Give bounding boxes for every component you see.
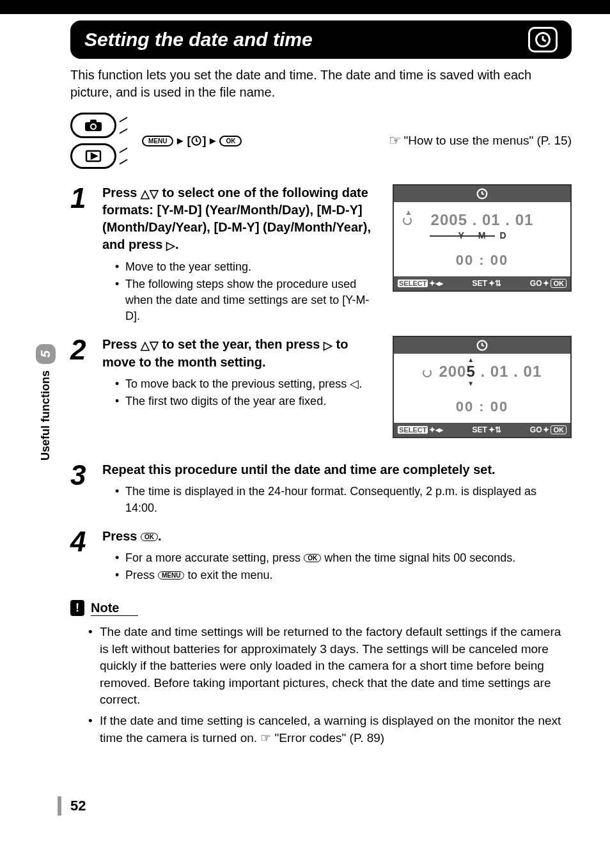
lcd-preview-2: 200▲5▼ . 01 . 01 00 : 00 SELECT✦◂▸ SET✦⇅… (393, 336, 572, 438)
step-number: 4 (70, 528, 91, 585)
down-triangle-icon: ▼ (467, 380, 474, 387)
dial-lines-icon (118, 113, 133, 138)
step-2-title: Press △▽ to set the year, then press ▷ t… (102, 336, 380, 370)
step-number: 1 (70, 184, 91, 326)
shooting-mode-icon (70, 113, 116, 138)
cross-reference: ☞ "How to use the menus" (P. 15) (389, 132, 572, 149)
step-3: 3 Repeat this procedure until the date a… (70, 461, 572, 517)
triangle-right-icon: ▶ (177, 136, 183, 145)
lcd-time: 00 : 00 (403, 398, 561, 415)
lcd-time: 00 : 00 (403, 252, 561, 269)
note-item: The date and time settings will be retur… (88, 624, 572, 709)
step-4-bullet: For a more accurate setting, press OK wh… (115, 550, 572, 566)
dial-lines-icon (118, 143, 133, 169)
svg-point-4 (91, 125, 95, 129)
section-title: Setting the date and time (84, 29, 313, 51)
side-tab: Useful functions 5 (36, 344, 56, 461)
ok-button-icon: OK (304, 554, 321, 562)
nav-row: MENU ▶ [] ▶ OK ☞ "How to use the menus" … (70, 113, 572, 169)
page-accent-bar (58, 796, 61, 816)
step-1-bullet: Move to the year setting. (115, 259, 380, 275)
clock-icon (528, 27, 558, 52)
cycle-arrow-icon (423, 368, 432, 377)
step-2-bullet: To move back to the previous setting, pr… (115, 376, 380, 392)
step-number: 2 (70, 336, 91, 451)
right-arrow-icon: ▷ (166, 239, 175, 252)
cycle-arrow-icon: ▲ (403, 209, 414, 226)
step-3-title: Repeat this procedure until the date and… (102, 461, 572, 478)
side-label: Useful functions (39, 370, 52, 461)
menu-path: MENU ▶ [] ▶ OK (142, 134, 242, 148)
menu-button-icon: MENU (158, 571, 184, 580)
step-1: 1 Press △▽ to select one of the followin… (70, 184, 572, 326)
hand-pointer-icon: ☞ (389, 132, 402, 149)
lcd-preview-1: ▲ 2005 . 01 . 01 Y M D 00 : 00 SELECT✦◂▸… (393, 184, 572, 292)
step-1-title: Press △▽ to select one of the following … (102, 184, 380, 254)
svg-rect-2 (90, 120, 97, 123)
clock-menu-icon: [] (187, 134, 206, 148)
up-triangle-icon: ▲ (467, 356, 474, 363)
step-4: 4 Press OK. For a more accurate setting,… (70, 528, 572, 585)
ok-button-icon: OK (219, 136, 242, 146)
step-3-bullet: The time is displayed in the 24-hour for… (115, 484, 572, 516)
up-down-arrow-icon: △▽ (141, 187, 159, 200)
right-arrow-icon: ▷ (324, 339, 332, 352)
note-section: ! Note The date and time settings will b… (70, 600, 572, 746)
ok-button-icon: OK (141, 533, 158, 541)
menu-button-icon: MENU (142, 136, 173, 146)
playback-mode-icon (70, 143, 116, 169)
step-4-title: Press OK. (102, 528, 572, 545)
step-4-bullet: Press MENU to exit the menu. (115, 567, 572, 583)
triangle-right-icon: ▶ (210, 136, 215, 145)
step-number: 3 (70, 461, 91, 517)
note-item: If the date and time setting is canceled… (88, 713, 572, 746)
step-1-bullet: The following steps show the procedure u… (115, 276, 380, 325)
chapter-badge: 5 (36, 344, 56, 364)
lcd-d-label: D (499, 230, 506, 241)
step-2-bullet: The first two digits of the year are fix… (115, 393, 380, 409)
lcd-date: 2005 . 01 . 01 (403, 211, 561, 229)
section-title-bar: Setting the date and time (70, 20, 572, 59)
note-title: Note (91, 601, 138, 616)
up-down-arrow-icon: △▽ (141, 339, 159, 352)
page-number: 52 (70, 798, 86, 814)
exclamation-icon: ! (70, 600, 84, 616)
step-2: 2 Press △▽ to set the year, then press ▷… (70, 336, 572, 451)
intro-text: This function lets you set the date and … (70, 67, 572, 101)
